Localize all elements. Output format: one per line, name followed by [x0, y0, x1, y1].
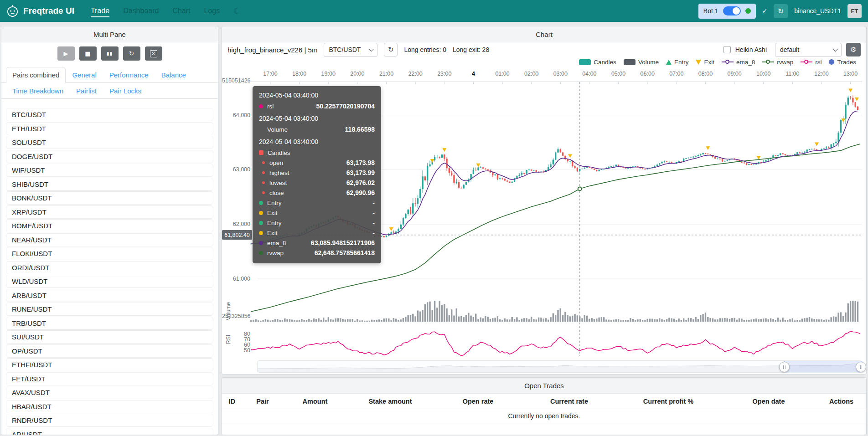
volume-pane-label: Volume: [225, 298, 232, 325]
pair-list-item[interactable]: FLOKI/USDT: [6, 247, 213, 260]
datazoom-slider[interactable]: [257, 360, 862, 373]
tab-performance[interactable]: Performance: [103, 67, 155, 83]
pair-list-item[interactable]: XRP/USDT: [6, 205, 213, 219]
tooltip-value: 62,648.75785661418: [315, 249, 375, 256]
tooltip-value: 62,976.02: [346, 179, 375, 186]
pair-list-item[interactable]: ARB/USDT: [6, 289, 213, 302]
pair-list-item[interactable]: TRB/USDT: [6, 317, 213, 330]
refresh-chart-button[interactable]: ↻: [384, 43, 398, 56]
tooltip-value: 63,173.98: [346, 159, 375, 166]
pair-list-item[interactable]: NEAR/USDT: [6, 233, 213, 246]
legend-item-exit[interactable]: Exit: [696, 59, 714, 66]
theme-toggle-icon[interactable]: ☾: [233, 6, 241, 16]
legend-item-rvwap[interactable]: rvwap: [762, 59, 793, 66]
pair-list-item[interactable]: SOL/USDT: [6, 136, 213, 149]
tooltip-value: 50.22577020190704: [316, 103, 375, 110]
pair-list-item[interactable]: BONK/USDT: [6, 191, 213, 205]
pair-list-item[interactable]: WLD/USDT: [6, 275, 213, 288]
plot-settings-button[interactable]: ⚙: [846, 43, 861, 56]
entry-triangle-icon: [666, 60, 672, 65]
gear-icon: ⚙: [850, 46, 856, 54]
tab-pairlist[interactable]: Pairlist: [70, 83, 103, 99]
pair-list-item[interactable]: BOME/USDT: [6, 219, 213, 232]
time-axis-label: 21:00: [379, 71, 393, 77]
pair-list-item[interactable]: HBAR/USDT: [6, 400, 213, 413]
pair-list-item[interactable]: SHIB/USDT: [6, 178, 213, 191]
bot-selector[interactable]: Bot 1: [698, 4, 756, 19]
stop-bot-button[interactable]: ■: [79, 46, 97, 61]
pair-list-item[interactable]: SUI/USDT: [6, 330, 213, 344]
heikin-ashi-checkbox[interactable]: [723, 46, 731, 53]
tab-general[interactable]: General: [66, 67, 103, 83]
nav-link-logs[interactable]: Logs: [204, 7, 220, 15]
tooltip-value: 63,173.99: [346, 169, 375, 176]
nav-link-dashboard[interactable]: Dashboard: [123, 7, 159, 15]
column-header-open-rate: Open rate: [434, 398, 522, 405]
tooltip-label: rvwap: [267, 250, 284, 256]
crosshair-price-tag: 61,802.40: [222, 230, 252, 240]
legend-item-rsi[interactable]: rsi: [801, 59, 822, 66]
rsi-pane-label: RSI: [225, 326, 232, 353]
pair-list-item[interactable]: AR/USDT: [6, 428, 213, 436]
time-axis-label: 19:00: [321, 71, 336, 77]
volume-legend-icon: [624, 59, 636, 65]
open-trades-empty-message: Currently no open trades.: [222, 409, 866, 423]
datazoom-window[interactable]: [784, 361, 862, 372]
pair-list-item[interactable]: OP/USDT: [6, 344, 213, 358]
chart-toolbar-right: Heikin Ashi default ⚙: [723, 43, 861, 57]
pair-list-item[interactable]: AVAX/USDT: [6, 386, 213, 399]
tab-time-breakdown[interactable]: Time Breakdown: [6, 83, 70, 99]
tooltip-timestamp: 2024-05-04 03:40:00: [259, 92, 375, 99]
cancel-open-orders-button[interactable]: ×: [145, 46, 162, 61]
freqtrade-logo-icon[interactable]: [6, 5, 19, 17]
tabs-row-1: Pairs combinedGeneralPerformanceBalance: [1, 67, 218, 83]
pair-list-item[interactable]: FET/USDT: [6, 372, 213, 385]
tooltip-row: Entry-: [259, 198, 375, 208]
legend-item-ema_8[interactable]: ema_8: [722, 59, 755, 66]
reload-config-button[interactable]: ↻: [123, 46, 140, 61]
open-marker-icon: [262, 161, 265, 164]
legend-item-trades[interactable]: Trades: [829, 59, 856, 66]
chevron-down-icon: [369, 46, 374, 51]
time-axis-label: 17:00: [263, 71, 277, 77]
pair-list-item[interactable]: WIF/USDT: [6, 164, 213, 177]
nav-link-chart[interactable]: Chart: [172, 7, 190, 15]
tab-balance[interactable]: Balance: [155, 67, 192, 83]
pair-list-item[interactable]: ORDI/USDT: [6, 261, 213, 274]
stop-icon: ■: [85, 50, 90, 57]
legend-label: Entry: [674, 59, 689, 66]
pair-list-item[interactable]: DOGE/USDT: [6, 150, 213, 163]
pair-select[interactable]: BTC/USDT: [324, 43, 377, 57]
datazoom-right-handle[interactable]: [856, 362, 866, 372]
time-axis-label: 23:00: [437, 71, 451, 77]
pair-list-item[interactable]: ETH/USDT: [6, 122, 213, 135]
tooltip-timestamp: 2024-05-04 03:40:00: [259, 138, 375, 145]
price-axis-label: 61,000: [222, 276, 250, 282]
nav-link-trade[interactable]: Trade: [91, 7, 109, 15]
legend-item-candles[interactable]: Candles: [579, 59, 616, 66]
start-bot-button[interactable]: ▶: [57, 46, 75, 61]
time-axis-label: 04:00: [582, 71, 596, 77]
pair-list-item[interactable]: RUNE/USDT: [6, 303, 213, 316]
pair-list-item[interactable]: ETHFI/USDT: [6, 358, 213, 371]
rvwap-marker-icon: [259, 251, 263, 255]
time-axis-label: 07:00: [669, 71, 683, 77]
tab-pair-locks[interactable]: Pair Locks: [103, 83, 148, 99]
plot-config-select[interactable]: default: [775, 43, 842, 57]
pair-list-item[interactable]: BTC/USDT: [6, 108, 213, 121]
legend-label: rvwap: [777, 59, 793, 66]
legend-item-volume[interactable]: Volume: [624, 59, 659, 66]
reload-bot-button[interactable]: ↻: [774, 4, 788, 18]
tab-pairs-combined[interactable]: Pairs combined: [6, 67, 66, 83]
tooltip-row: Exit-: [259, 228, 375, 238]
pair-list-item[interactable]: RNDR/USDT: [6, 414, 213, 427]
tooltip-value: 118.66598: [345, 126, 375, 133]
tooltip-timestamp: 2024-05-04 03:40:00: [259, 115, 375, 122]
tooltip-label: Candles: [268, 149, 290, 156]
legend-item-entry[interactable]: Entry: [666, 59, 689, 66]
pause-bot-button[interactable]: ▮▮: [101, 46, 119, 61]
chart-region[interactable]: 61,802.40 2024-05-04 03:40:00rsi50.22577…: [222, 67, 866, 374]
user-avatar[interactable]: FT: [847, 4, 862, 18]
bot-toggle[interactable]: [723, 6, 741, 15]
datazoom-left-handle[interactable]: [779, 362, 790, 372]
